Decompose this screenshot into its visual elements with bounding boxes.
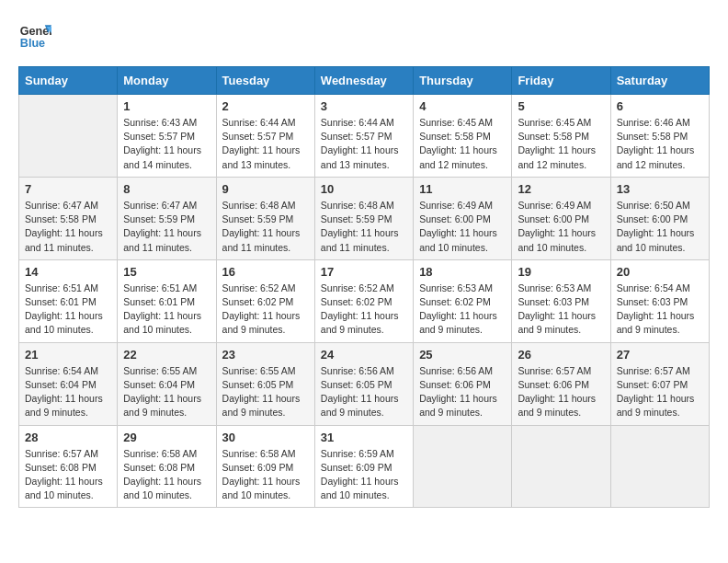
day-number: 6 [617, 99, 703, 113]
day-detail: Sunrise: 6:49 AMSunset: 6:00 PMDaylight:… [419, 199, 506, 255]
day-cell: 15Sunrise: 6:51 AMSunset: 6:01 PMDayligh… [118, 259, 216, 342]
daylight-text: Daylight: 11 hours [518, 393, 596, 404]
daylight-minutes: and 9 minutes. [518, 407, 581, 418]
sunset-text: Sunset: 6:07 PM [617, 379, 688, 390]
daylight-minutes: and 12 minutes. [617, 159, 686, 170]
day-detail: Sunrise: 6:53 AMSunset: 6:02 PMDaylight:… [419, 282, 506, 338]
day-number: 22 [123, 348, 210, 362]
day-detail: Sunrise: 6:57 AMSunset: 6:08 PMDaylight:… [25, 447, 111, 503]
day-number: 5 [518, 99, 604, 113]
sunset-text: Sunset: 6:05 PM [321, 379, 392, 390]
day-detail: Sunrise: 6:52 AMSunset: 6:02 PMDaylight:… [321, 282, 407, 338]
sunrise-text: Sunrise: 6:48 AM [222, 200, 296, 211]
sunset-text: Sunset: 6:02 PM [419, 296, 491, 307]
daylight-text: Daylight: 11 hours [123, 393, 201, 404]
daylight-text: Daylight: 11 hours [123, 476, 201, 487]
weekday-header-wednesday: Wednesday [314, 67, 413, 95]
day-detail: Sunrise: 6:44 AMSunset: 5:57 PMDaylight:… [321, 116, 407, 172]
day-cell: 8Sunrise: 6:47 AMSunset: 5:59 PMDaylight… [118, 177, 216, 259]
daylight-minutes: and 9 minutes. [222, 407, 286, 418]
day-detail: Sunrise: 6:48 AMSunset: 5:59 PMDaylight:… [321, 199, 407, 255]
day-detail: Sunrise: 6:52 AMSunset: 6:02 PMDaylight:… [222, 282, 309, 338]
day-cell [414, 425, 512, 508]
daylight-minutes: and 14 minutes. [123, 159, 192, 170]
sunrise-text: Sunrise: 6:55 AM [222, 365, 296, 376]
sunrise-text: Sunrise: 6:54 AM [617, 282, 690, 293]
daylight-minutes: and 9 minutes. [222, 324, 286, 335]
daylight-text: Daylight: 11 hours [123, 227, 201, 238]
sunset-text: Sunset: 6:08 PM [123, 462, 195, 473]
day-cell: 1Sunrise: 6:43 AMSunset: 5:57 PMDaylight… [118, 95, 216, 178]
day-detail: Sunrise: 6:49 AMSunset: 6:00 PMDaylight:… [518, 199, 604, 255]
day-cell: 7Sunrise: 6:47 AMSunset: 5:58 PMDaylight… [19, 177, 118, 259]
day-cell [512, 425, 610, 508]
sunrise-text: Sunrise: 6:57 AM [25, 448, 98, 459]
day-cell: 16Sunrise: 6:52 AMSunset: 6:02 PMDayligh… [216, 259, 314, 342]
day-number: 11 [419, 182, 506, 196]
weekday-header-monday: Monday [118, 67, 216, 95]
day-number: 23 [222, 348, 309, 362]
daylight-text: Daylight: 11 hours [419, 144, 497, 155]
sunrise-text: Sunrise: 6:56 AM [419, 365, 493, 376]
day-cell: 6Sunrise: 6:46 AMSunset: 5:58 PMDaylight… [610, 95, 709, 178]
daylight-minutes: and 11 minutes. [123, 242, 192, 253]
day-cell: 31Sunrise: 6:59 AMSunset: 6:09 PMDayligh… [314, 425, 413, 508]
day-cell: 22Sunrise: 6:55 AMSunset: 6:04 PMDayligh… [118, 342, 216, 425]
day-cell: 12Sunrise: 6:49 AMSunset: 6:00 PMDayligh… [512, 177, 610, 259]
day-number: 7 [25, 182, 111, 196]
daylight-minutes: and 9 minutes. [123, 407, 187, 418]
day-number: 3 [321, 99, 407, 113]
sunrise-text: Sunrise: 6:58 AM [123, 448, 197, 459]
daylight-minutes: and 10 minutes. [419, 242, 488, 253]
sunset-text: Sunset: 5:59 PM [321, 213, 392, 224]
daylight-minutes: and 9 minutes. [617, 407, 680, 418]
day-detail: Sunrise: 6:56 AMSunset: 6:06 PMDaylight:… [419, 364, 506, 420]
day-detail: Sunrise: 6:46 AMSunset: 5:58 PMDaylight:… [617, 116, 703, 172]
day-cell: 17Sunrise: 6:52 AMSunset: 6:02 PMDayligh… [314, 259, 413, 342]
day-cell: 2Sunrise: 6:44 AMSunset: 5:57 PMDaylight… [216, 95, 314, 178]
week-row-1: 1Sunrise: 6:43 AMSunset: 5:57 PMDaylight… [19, 95, 710, 178]
daylight-text: Daylight: 11 hours [321, 227, 399, 238]
sunrise-text: Sunrise: 6:51 AM [25, 282, 98, 293]
day-number: 14 [25, 265, 111, 279]
sunrise-text: Sunrise: 6:45 AM [419, 117, 493, 128]
day-number: 8 [123, 182, 210, 196]
sunset-text: Sunset: 5:58 PM [419, 131, 491, 142]
daylight-minutes: and 9 minutes. [419, 324, 483, 335]
day-detail: Sunrise: 6:45 AMSunset: 5:58 PMDaylight:… [419, 116, 506, 172]
day-number: 18 [419, 265, 506, 279]
daylight-minutes: and 9 minutes. [321, 324, 384, 335]
daylight-text: Daylight: 11 hours [617, 310, 695, 321]
day-detail: Sunrise: 6:55 AMSunset: 6:04 PMDaylight:… [123, 364, 210, 420]
weekday-header-friday: Friday [512, 67, 610, 95]
sunrise-text: Sunrise: 6:49 AM [518, 200, 591, 211]
day-number: 10 [321, 182, 407, 196]
daylight-minutes: and 10 minutes. [518, 242, 586, 253]
sunset-text: Sunset: 6:01 PM [25, 296, 97, 307]
sunset-text: Sunset: 6:09 PM [321, 462, 392, 473]
daylight-text: Daylight: 11 hours [321, 144, 399, 155]
sunrise-text: Sunrise: 6:55 AM [123, 365, 197, 376]
day-detail: Sunrise: 6:51 AMSunset: 6:01 PMDaylight:… [25, 282, 111, 338]
sunrise-text: Sunrise: 6:49 AM [419, 200, 493, 211]
day-number: 21 [25, 348, 111, 362]
daylight-minutes: and 13 minutes. [321, 159, 390, 170]
daylight-text: Daylight: 11 hours [222, 227, 301, 238]
sunset-text: Sunset: 6:08 PM [25, 462, 97, 473]
day-detail: Sunrise: 6:54 AMSunset: 6:04 PMDaylight:… [25, 364, 111, 420]
sunrise-text: Sunrise: 6:51 AM [123, 282, 197, 293]
day-cell: 14Sunrise: 6:51 AMSunset: 6:01 PMDayligh… [19, 259, 118, 342]
daylight-text: Daylight: 11 hours [222, 144, 301, 155]
daylight-minutes: and 11 minutes. [25, 242, 94, 253]
day-detail: Sunrise: 6:53 AMSunset: 6:03 PMDaylight:… [518, 282, 604, 338]
daylight-minutes: and 9 minutes. [321, 407, 384, 418]
daylight-text: Daylight: 11 hours [25, 393, 103, 404]
sunset-text: Sunset: 5:57 PM [123, 131, 195, 142]
daylight-text: Daylight: 11 hours [222, 476, 301, 487]
daylight-text: Daylight: 11 hours [25, 227, 103, 238]
sunset-text: Sunset: 6:00 PM [419, 213, 491, 224]
daylight-text: Daylight: 11 hours [321, 476, 399, 487]
sunrise-text: Sunrise: 6:47 AM [25, 200, 98, 211]
day-cell: 18Sunrise: 6:53 AMSunset: 6:02 PMDayligh… [414, 259, 512, 342]
sunrise-text: Sunrise: 6:52 AM [222, 282, 296, 293]
